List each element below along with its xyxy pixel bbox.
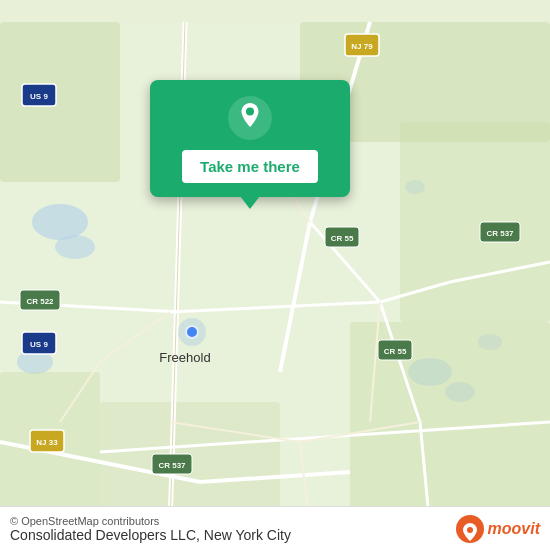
svg-rect-8 — [0, 22, 120, 182]
svg-rect-10 — [400, 122, 550, 322]
bottom-bar: © OpenStreetMap contributors Consolidate… — [0, 506, 550, 550]
svg-text:CR 55: CR 55 — [384, 347, 407, 356]
map-container: US 9 US 9 NJ 79 NJ 33 CR 522 CR 537 CR 5… — [0, 0, 550, 550]
bottom-info: © OpenStreetMap contributors Consolidate… — [10, 515, 291, 543]
svg-point-36 — [246, 108, 254, 116]
moovit-icon — [456, 515, 484, 543]
svg-text:NJ 33: NJ 33 — [36, 438, 58, 447]
moovit-logo: moovit — [456, 515, 540, 543]
svg-text:NJ 79: NJ 79 — [351, 42, 373, 51]
osm-credit: © OpenStreetMap contributors — [10, 515, 291, 527]
svg-text:Freehold: Freehold — [159, 350, 210, 365]
svg-text:CR 537: CR 537 — [158, 461, 186, 470]
location-label: Consolidated Developers LLC, New York Ci… — [10, 527, 291, 543]
popup-card: Take me there — [150, 80, 350, 197]
svg-text:US 9: US 9 — [30, 340, 48, 349]
location-pin-icon — [228, 96, 272, 140]
svg-text:CR 522: CR 522 — [26, 297, 54, 306]
svg-text:CR 537: CR 537 — [486, 229, 514, 238]
take-me-there-button[interactable]: Take me there — [182, 150, 318, 183]
svg-point-2 — [55, 235, 95, 259]
svg-text:CR 55: CR 55 — [331, 234, 354, 243]
svg-point-1 — [32, 204, 88, 240]
svg-text:US 9: US 9 — [30, 92, 48, 101]
moovit-brand-text: moovit — [488, 520, 540, 538]
svg-point-38 — [467, 527, 473, 533]
svg-point-34 — [178, 318, 206, 346]
